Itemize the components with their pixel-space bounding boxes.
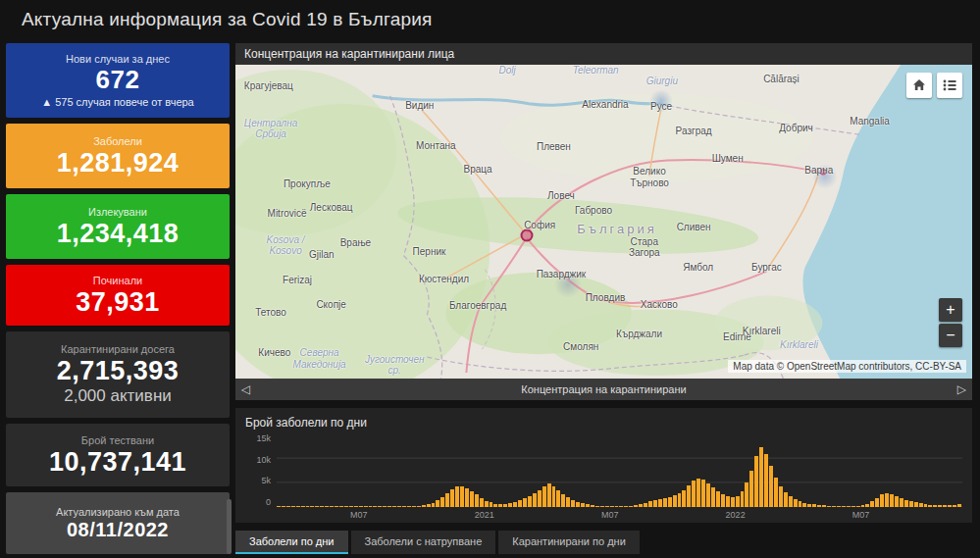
heat-point: [521, 228, 534, 241]
chart-bar: [556, 490, 560, 507]
chart-bar: [455, 486, 459, 507]
chart-bar: [542, 486, 546, 507]
stats-sidebar: Нови случаи за днес 672 ▲ 575 случая пов…: [6, 43, 230, 554]
stat-card-recovered: Излекувани 1,234,418: [6, 194, 230, 259]
zoom-controls: + −: [939, 298, 962, 347]
chart-bar: [736, 496, 740, 507]
tab-infected-by-day[interactable]: Заболели по дни: [235, 531, 348, 554]
home-extent-button[interactable]: [906, 73, 932, 98]
y-tick-label: 10k: [256, 456, 271, 465]
stat-card-deaths: Починали 37,931: [6, 265, 230, 326]
stat-card-tested: Брой тествани 10,737,141: [6, 424, 230, 486]
stat-label: Карантинирани досега: [61, 343, 175, 355]
y-tick-label: 5k: [261, 477, 271, 485]
dashboard-content: Нови случаи за днес 672 ▲ 575 случая пов…: [0, 39, 980, 558]
map-panel: Концентрация на карантинирани лица: [235, 43, 972, 400]
chart-bar: [764, 454, 768, 507]
chart-bar: [663, 498, 667, 507]
map-canvas[interactable]: + − Map data © OpenStreetMap contributor…: [235, 65, 972, 379]
chart-bar: [794, 499, 798, 507]
chart-x-axis: M072021M072022M07: [277, 507, 962, 519]
stat-label: Нови случаи за днес: [66, 53, 170, 65]
sidebar-scrollbar[interactable]: [227, 499, 232, 554]
stat-value: 1,234,418: [57, 220, 180, 247]
x-tick-label: M07: [852, 510, 870, 520]
x-tick-label: 2021: [475, 510, 494, 520]
chart-bar: [754, 456, 758, 507]
chart-bar: [779, 486, 783, 507]
stat-label: Починали: [93, 275, 142, 286]
legend-icon: [943, 79, 956, 91]
chart-bar: [895, 496, 899, 507]
chart-bar: [518, 500, 522, 507]
app-header: Актуална информация за Covid 19 в Българ…: [0, 0, 980, 39]
y-tick-label: 15k: [256, 434, 271, 443]
chart-bar: [890, 494, 894, 507]
stat-value: 10,737,141: [49, 448, 186, 476]
chart-bar: [759, 447, 763, 507]
x-tick-label: M07: [601, 510, 619, 520]
chart-bar: [470, 491, 474, 507]
chart-panel: Брой заболели по дни 15k10k5k0 M072021M0…: [235, 408, 972, 523]
chart-bar: [875, 498, 879, 507]
chart-bar: [460, 486, 464, 507]
chart-bar: [465, 488, 469, 507]
tab-infected-cumulative[interactable]: Заболели с натрупване: [351, 531, 496, 554]
chart-bar: [653, 500, 657, 507]
tab-quarantined-by-day[interactable]: Карантинирани по дни: [498, 531, 640, 554]
x-tick-label: 2022: [726, 510, 746, 520]
stat-label: Излекувани: [88, 206, 147, 218]
stat-value: 2,715,393: [57, 357, 180, 384]
chart-bar: [528, 496, 532, 507]
chart-bar: [721, 494, 725, 507]
map-attribution: Map data © OpenStreetMap contributors, C…: [728, 360, 966, 373]
legend-button[interactable]: [937, 73, 962, 98]
chart-bar: [480, 498, 484, 507]
chart-bar: [673, 495, 677, 507]
bottom-tabs: Заболели по дни Заболели с натрупване Ка…: [235, 531, 972, 554]
zoom-in-button[interactable]: +: [939, 298, 962, 322]
chart-bar: [440, 497, 444, 507]
map-terrain: [235, 65, 972, 379]
stat-sub: 2,000 активни: [64, 386, 172, 406]
stat-card-updated: Актуализирано към дата 08/11/2022: [6, 492, 230, 554]
stat-label: Брой тествани: [81, 434, 154, 446]
stat-label: Актуализирано към дата: [56, 506, 180, 518]
carousel-prev-arrow-icon[interactable]: ◁: [235, 379, 256, 400]
home-icon: [911, 77, 927, 93]
map-toolbar: [906, 73, 962, 98]
chart-bar: [696, 479, 700, 507]
chart-bar: [523, 498, 527, 507]
chart-bar: [552, 486, 556, 507]
chart-bar: [880, 494, 884, 507]
map-carousel-bar: ◁ Концентрация на карантинирани ▷: [235, 379, 972, 400]
chart-y-axis: 15k10k5k0: [245, 434, 277, 519]
stat-delta: ▲ 575 случая повече от вчера: [41, 96, 194, 108]
zoom-out-button[interactable]: −: [939, 324, 962, 347]
chart-bar: [538, 490, 542, 507]
chart-bar: [682, 490, 686, 508]
page-title: Актуална информация за Covid 19 в Българ…: [22, 9, 433, 30]
chart-bar: [741, 491, 745, 507]
carousel-label: Концентрация на карантинирани: [521, 383, 686, 395]
map-panel-title: Концентрация на карантинирани лица: [235, 43, 972, 65]
chart-bar: [571, 500, 575, 507]
chart-bar: [789, 496, 793, 507]
carousel-next-arrow-icon[interactable]: ▷: [952, 379, 972, 400]
chart-bar: [445, 493, 449, 507]
heat-point: [554, 271, 582, 298]
y-tick-label: 0: [266, 498, 271, 507]
stat-card-infected: Заболели 1,281,924: [6, 124, 230, 188]
chart-bar: [701, 480, 705, 507]
chart-bar: [731, 497, 735, 507]
chart-bar: [658, 499, 662, 507]
chart-bar: [561, 494, 565, 507]
chart-bar: [716, 491, 720, 507]
chart-bar: [678, 493, 682, 507]
chart-bar: [547, 483, 551, 507]
chart-bar: [533, 493, 537, 507]
chart-bar: [904, 500, 908, 507]
chart-plot[interactable]: [277, 434, 962, 507]
chart-bar: [774, 478, 778, 507]
chart-bar: [566, 497, 570, 507]
